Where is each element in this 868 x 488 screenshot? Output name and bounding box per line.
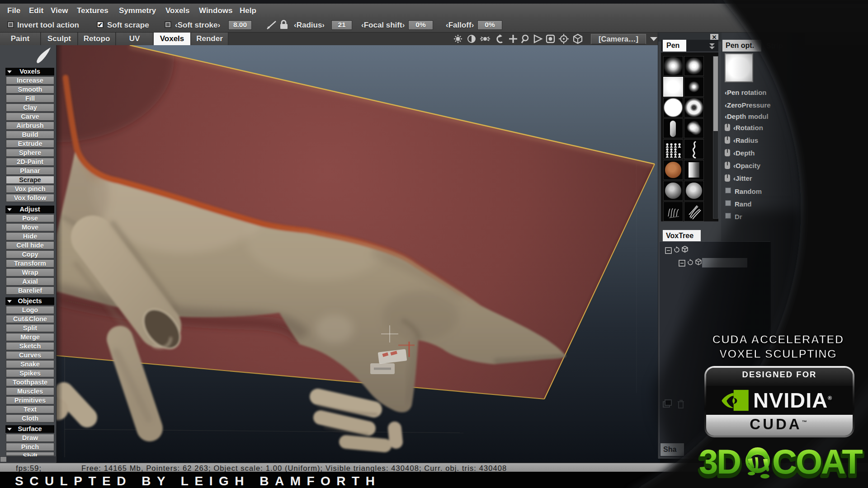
svg-text:3D: 3D [699, 443, 740, 481]
svg-text:COAT: COAT [772, 443, 863, 481]
